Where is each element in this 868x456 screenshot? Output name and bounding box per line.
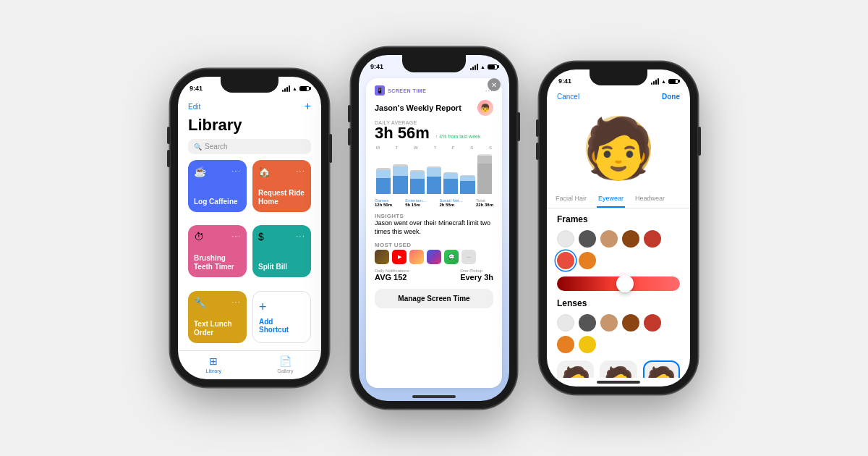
notch-2 — [402, 55, 466, 72]
swatch-red[interactable] — [557, 252, 574, 269]
search-placeholder: Search — [205, 143, 228, 151]
memoji-variant-3[interactable]: 🧑 — [643, 360, 680, 378]
gallery-tab-label: Gallery — [277, 368, 293, 373]
search-bar[interactable]: 🔍 Search — [188, 139, 311, 154]
signal-icon — [282, 85, 290, 92]
app-instagram — [427, 250, 441, 264]
lens-swatch-yellow[interactable] — [579, 336, 596, 353]
brushing-teeth-dots[interactable]: ··· — [231, 231, 241, 241]
st-most-used-section: Most Used ▶ 💬 ··· — [375, 240, 493, 264]
memoji-header: Cancel Done — [547, 90, 690, 104]
log-caffeine-name: Log Caffeine — [194, 198, 241, 206]
manage-screen-time-button[interactable]: Manage Screen Time — [375, 289, 493, 308]
shortcut-text-lunch[interactable]: 🔧 ··· Text Lunch Order — [188, 291, 247, 343]
lenses-section-title: Lenses — [557, 298, 680, 308]
app-minecraft — [375, 250, 389, 264]
wifi-icon-3: ▲ — [661, 79, 666, 84]
st-categories: Games 12h 50m Entertain... 5h 15m Social… — [375, 198, 493, 207]
request-ride-icon: 🏠 — [258, 166, 271, 177]
edit-button[interactable]: Edit — [188, 103, 200, 111]
swatch-brown[interactable] — [622, 230, 639, 248]
frame-size-slider[interactable] — [557, 276, 680, 291]
vol-up-button[interactable] — [167, 127, 170, 144]
st-notif-avg: AVG 152 — [375, 273, 409, 282]
lens-color-swatches — [557, 314, 680, 353]
st-report-row: Jason's Weekly Report 👦 — [375, 100, 493, 116]
vol-up-button-2[interactable] — [348, 105, 351, 122]
notch-3 — [590, 69, 647, 85]
slider-track[interactable] — [557, 276, 680, 291]
app-youtube: ▶ — [392, 250, 407, 264]
st-daily-notifications: Daily Notifications AVG 152 — [375, 269, 409, 282]
tab-gallery[interactable]: 📄 Gallery — [277, 355, 293, 373]
vol-down-button-3[interactable] — [536, 143, 539, 160]
add-button[interactable]: + — [305, 100, 311, 113]
st-cat-games: Games 12h 50m — [375, 198, 392, 207]
brushing-teeth-name: Brushing Teeth Timer — [194, 254, 241, 271]
bar-sun — [477, 154, 492, 194]
phone-3-memoji: 9:41 ▲ Cancel Done — [539, 62, 698, 394]
cancel-button[interactable]: Cancel — [557, 93, 579, 101]
shortcut-split-bill[interactable]: $ ··· Split Bill — [252, 225, 311, 277]
st-cat-total: Total 22h 38m — [476, 198, 493, 207]
log-caffeine-icon: ☕ — [194, 166, 206, 177]
swatch-dark-red[interactable] — [644, 230, 661, 248]
swatch-tan[interactable] — [600, 230, 618, 248]
split-bill-dots[interactable]: ··· — [296, 231, 305, 241]
done-button[interactable]: Done — [662, 93, 680, 101]
memoji-avatar: 🧑 — [586, 116, 651, 181]
lens-swatch-dark-gray[interactable] — [579, 314, 596, 332]
battery-icon-2 — [488, 64, 498, 69]
lens-swatch-tan[interactable] — [600, 314, 618, 332]
shortcut-log-caffeine[interactable]: ☕ ··· Log Caffeine — [188, 160, 247, 212]
st-days-row: MTWTFSS — [375, 145, 493, 150]
log-caffeine-dots[interactable]: ··· — [231, 166, 241, 176]
tab-headwear[interactable]: Headwear — [634, 190, 666, 208]
st-report-title: Jason's Weekly Report — [375, 104, 461, 112]
status-time-2: 9:41 — [370, 63, 383, 70]
bar-wed — [410, 154, 425, 194]
request-ride-dots[interactable]: ··· — [296, 166, 305, 176]
power-button-2[interactable] — [517, 112, 520, 141]
lens-swatch-brown[interactable] — [622, 314, 639, 332]
st-badge-icon: 📱 — [375, 85, 385, 96]
st-avg-change: ↑ 4% from last week — [435, 134, 481, 139]
close-button[interactable]: ✕ — [488, 78, 501, 91]
power-button-3[interactable] — [698, 127, 701, 156]
tab-facial-hair[interactable]: Facial Hair — [554, 190, 588, 208]
swatch-white[interactable] — [557, 230, 574, 248]
st-insights-label: Insights — [375, 213, 493, 219]
memoji-variant-2[interactable]: 🧑 — [600, 360, 637, 378]
st-badge: 📱 SCREEN TIME — [375, 85, 426, 96]
lens-swatch-orange[interactable] — [557, 336, 574, 353]
notch — [221, 77, 278, 93]
add-shortcut-label: Add Shortcut — [259, 318, 305, 334]
signal-icon-2 — [470, 64, 478, 70]
power-button[interactable] — [329, 134, 332, 163]
swatch-orange[interactable] — [579, 252, 596, 269]
tab-eyewear[interactable]: Eyewear — [597, 190, 625, 208]
vol-up-button-3[interactable] — [536, 119, 539, 137]
shortcut-request-ride[interactable]: 🏠 ··· Request Ride Home — [252, 160, 311, 212]
library-title: Library — [178, 116, 321, 139]
lenses-section: Lenses — [557, 298, 680, 353]
tab-library[interactable]: ⊞ Library — [206, 355, 221, 373]
shortcut-brushing-teeth[interactable]: ⏱ ··· Brushing Teeth Timer — [188, 225, 247, 277]
tab-bar: ⊞ Library 📄 Gallery — [178, 350, 321, 379]
wifi-icon-2: ▲ — [480, 64, 485, 69]
st-avg-time: 3h 56m — [375, 125, 430, 141]
vol-down-button-2[interactable] — [348, 128, 351, 145]
add-shortcut-card[interactable]: + Add Shortcut — [252, 291, 311, 343]
memoji-variant-1[interactable]: 🧑 — [557, 360, 594, 378]
st-card-header: 📱 SCREEN TIME ··· — [375, 85, 493, 96]
swatch-dark-gray[interactable] — [579, 230, 596, 248]
bar-mon — [376, 154, 391, 194]
text-lunch-name: Text Lunch Order — [194, 320, 241, 337]
text-lunch-dots[interactable]: ··· — [231, 297, 241, 307]
slider-thumb[interactable] — [616, 275, 634, 292]
status-time-3: 9:41 — [558, 77, 571, 85]
vol-down-button[interactable] — [167, 150, 170, 167]
st-insights-section: Insights Jason went over their Minecraft… — [375, 211, 493, 236]
lens-swatch-white[interactable] — [557, 314, 574, 332]
lens-swatch-dark-red[interactable] — [644, 314, 661, 332]
